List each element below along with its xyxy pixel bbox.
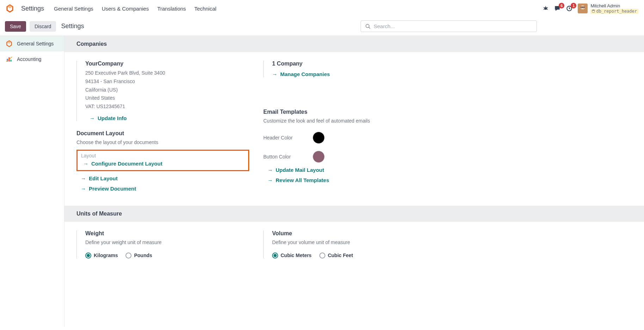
svg-point-15: [366, 24, 369, 27]
company-count-title: 1 Company: [272, 61, 436, 67]
manage-companies-link[interactable]: → Manage Companies: [272, 71, 436, 77]
user-menu[interactable]: Mitchell Admin db_report_header: [578, 3, 638, 14]
radio-icon: [85, 253, 91, 259]
svg-point-14: [592, 10, 595, 11]
search-box[interactable]: [361, 20, 537, 32]
app-icon[interactable]: [6, 4, 14, 13]
save-button[interactable]: Save: [5, 21, 26, 32]
action-bar: Save Discard Settings: [0, 17, 644, 36]
avatar: [578, 4, 588, 13]
radio-cubic-feet[interactable]: Cubic Feet: [319, 253, 353, 259]
radio-icon: [319, 253, 325, 259]
svg-line-2: [544, 7, 545, 8]
weight-title: Weight: [85, 230, 249, 237]
messages-badge: 6: [559, 3, 564, 8]
sidebar-item-label: General Settings: [17, 41, 54, 46]
email-templates-desc: Customize the look and feel of automated…: [263, 117, 436, 125]
nav-menu-technical[interactable]: Technical: [194, 6, 216, 12]
radio-cubic-meters[interactable]: Cubic Meters: [272, 253, 312, 259]
arrow-icon: →: [90, 115, 95, 121]
nav-menu-users[interactable]: Users & Companies: [102, 6, 149, 12]
activities-icon[interactable]: 1: [566, 5, 573, 12]
configure-layout-link[interactable]: → Configure Document Layout: [79, 161, 247, 167]
radio-icon: [272, 253, 278, 259]
header-color-label: Header Color: [263, 135, 299, 141]
arrow-icon: →: [268, 167, 273, 173]
doc-layout-title: Document Layout: [76, 130, 249, 137]
email-templates-title: Email Templates: [263, 109, 436, 115]
button-color-swatch[interactable]: [313, 151, 325, 163]
sidebar-item-label: Accounting: [17, 56, 41, 62]
edit-layout-link[interactable]: → Edit Layout: [76, 175, 249, 181]
activities-badge: 1: [571, 3, 576, 8]
doc-layout-desc: Choose the layout of your documents: [76, 139, 249, 146]
discard-button[interactable]: Discard: [30, 21, 56, 32]
general-settings-icon: [6, 40, 13, 47]
volume-desc: Define your volume unit of measure: [272, 239, 436, 246]
user-name: Mitchell Admin: [590, 3, 638, 9]
preview-document-link[interactable]: → Preview Document: [76, 186, 249, 192]
weight-desc: Define your weight unit of measure: [85, 239, 249, 246]
layout-label: Layout: [79, 153, 247, 158]
settings-content: Companies YourCompany 250 Executive Park…: [65, 36, 644, 327]
nav-menu-translations[interactable]: Translations: [157, 6, 186, 12]
company-name: YourCompany: [85, 61, 249, 67]
company-addr4: United States: [85, 94, 249, 102]
nav-menu-general[interactable]: General Settings: [54, 6, 93, 12]
update-mail-layout-link[interactable]: → Update Mail Layout: [263, 167, 436, 173]
arrow-icon: →: [272, 71, 277, 77]
radio-kilograms[interactable]: Kilograms: [85, 253, 118, 259]
update-info-link[interactable]: → Update Info: [85, 115, 249, 121]
svg-line-4: [544, 9, 545, 10]
breadcrumb-title: Settings: [61, 23, 84, 30]
highlight-box: Layout → Configure Document Layout: [76, 150, 249, 171]
svg-line-5: [547, 9, 548, 10]
company-vat: VAT: US12345671: [85, 102, 249, 111]
svg-rect-19: [10, 60, 11, 62]
svg-line-3: [547, 7, 548, 8]
sidebar: General Settings Accounting: [0, 36, 65, 327]
arrow-icon: →: [83, 161, 88, 167]
svg-point-0: [545, 7, 547, 10]
top-navbar: Settings General Settings Users & Compan…: [0, 0, 644, 17]
review-templates-link[interactable]: → Review All Templates: [263, 177, 436, 183]
search-input[interactable]: [374, 23, 532, 29]
header-color-swatch[interactable]: [313, 132, 325, 144]
db-name: db_report_header: [590, 9, 638, 14]
search-icon: [365, 24, 371, 29]
section-header-companies: Companies: [65, 36, 644, 52]
svg-point-13: [583, 8, 584, 8]
messages-icon[interactable]: 6: [554, 5, 561, 12]
arrow-icon: →: [268, 177, 273, 183]
svg-point-12: [581, 8, 582, 8]
company-addr3: California (US): [85, 86, 249, 94]
radio-icon: [125, 253, 131, 259]
nav-menu: General Settings Users & Companies Trans…: [54, 6, 216, 12]
sidebar-item-accounting[interactable]: Accounting: [0, 51, 64, 67]
bug-icon[interactable]: [542, 5, 549, 12]
company-addr2: 94134 - San Francisco: [85, 77, 249, 86]
accounting-icon: [6, 56, 13, 63]
volume-title: Volume: [272, 230, 436, 237]
button-color-label: Button Color: [263, 154, 299, 160]
svg-line-16: [369, 27, 370, 29]
arrow-icon: →: [81, 186, 86, 192]
radio-pounds[interactable]: Pounds: [125, 253, 152, 259]
app-name[interactable]: Settings: [21, 5, 44, 12]
arrow-icon: →: [81, 175, 86, 181]
sidebar-item-general[interactable]: General Settings: [0, 36, 64, 51]
company-addr1: 250 Executive Park Blvd, Suite 3400: [85, 69, 249, 77]
section-header-units: Units of Measure: [65, 206, 644, 222]
